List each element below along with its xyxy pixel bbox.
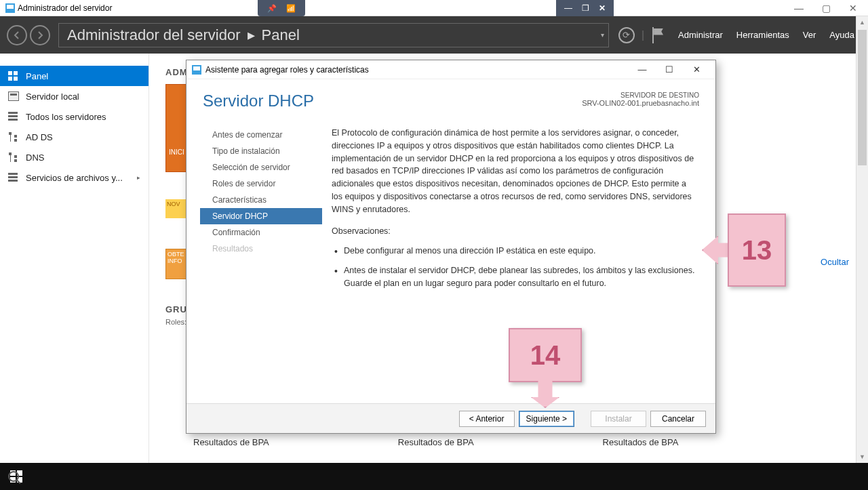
server-icon xyxy=(8,91,19,101)
wizard-close-button[interactable]: ✕ xyxy=(683,64,710,75)
dest-value: SRV-OLIN02-001.pruebasnacho.int xyxy=(582,99,699,107)
taskbar xyxy=(0,463,868,490)
wizard-footer: < Anterior Siguiente > Instalar Cancelar xyxy=(186,403,715,433)
vm-close-button[interactable]: ✕ xyxy=(596,3,608,13)
wizard-header: Servidor DHCP SERVIDOR DE DESTINO SRV-OL… xyxy=(186,79,715,116)
observations-label: Observaciones: xyxy=(332,225,698,238)
breadcrumb[interactable]: Administrador del servidor ▸ Panel ▾ xyxy=(58,23,609,47)
server-manager-icon xyxy=(5,3,15,13)
dns-icon xyxy=(8,152,19,162)
outer-minimize-button[interactable]: — xyxy=(789,3,808,14)
wizard-nav: Antes de comenzar Tipo de instalación Se… xyxy=(186,116,322,403)
file-services-icon xyxy=(8,173,19,182)
header-separator: | xyxy=(642,29,644,41)
wizard-maximize-button[interactable]: ☐ xyxy=(656,64,683,75)
outer-close-button[interactable]: ✕ xyxy=(844,3,863,14)
wizard-step-install-type[interactable]: Tipo de instalación xyxy=(203,143,322,159)
sidebar-item-local-server[interactable]: Servidor local xyxy=(0,86,149,106)
outer-maximize-button[interactable]: ▢ xyxy=(816,3,835,14)
wizard-titlebar[interactable]: Asistente para agregar roles y caracterí… xyxy=(186,60,715,79)
vm-restore-button[interactable]: ❐ xyxy=(579,3,592,13)
refresh-button[interactable]: ⟳ xyxy=(618,27,635,43)
menu-ver[interactable]: Ver xyxy=(803,30,816,40)
dest-label: SERVIDOR DE DESTINO xyxy=(582,91,699,99)
wizard-minimize-button[interactable]: — xyxy=(629,64,656,75)
sidebar-item-label: Panel xyxy=(26,71,48,81)
dashboard-icon xyxy=(8,71,19,81)
sidebar-item-dns[interactable]: DNS xyxy=(0,147,149,167)
roles-label: Roles: xyxy=(165,318,186,326)
app-header: Administrador del servidor ▸ Panel ▾ ⟳ |… xyxy=(0,16,868,54)
nav-back-button[interactable] xyxy=(7,25,27,45)
wizard-step-before-begin[interactable]: Antes de comenzar xyxy=(203,127,322,143)
sidebar-item-label: AD DS xyxy=(26,132,53,142)
cancel-button[interactable]: Cancelar xyxy=(650,411,706,427)
wizard-step-server-selection[interactable]: Selección de servidor xyxy=(203,159,322,176)
outer-window-titlebar: Administrador del servidor — ▢ ✕ xyxy=(0,0,868,16)
groups-heading: GRU xyxy=(165,304,187,314)
callout-14: 14 xyxy=(509,328,582,382)
vm-minimize-button[interactable]: — xyxy=(561,3,575,13)
wizard-description: El Protocolo de configuración dinámica d… xyxy=(332,127,698,216)
servers-icon xyxy=(8,112,19,121)
install-button: Instalar xyxy=(591,411,646,427)
observation-item: Antes de instalar el servidor DHCP, debe… xyxy=(334,264,698,290)
wizard-destination: SERVIDOR DE DESTINO SRV-OLIN02-001.prueb… xyxy=(582,91,699,107)
observation-item: Debe configurar al menos una dirección I… xyxy=(334,245,698,258)
wizard-step-server-roles[interactable]: Roles de servidor xyxy=(203,176,322,192)
sidebar-item-label: Servicios de archivos y... xyxy=(26,173,123,183)
notifications-flag-icon[interactable] xyxy=(652,27,666,43)
nav-forward-button[interactable] xyxy=(30,25,50,45)
sidebar-item-label: DNS xyxy=(26,152,44,163)
sidebar-item-all-servers[interactable]: Todos los servidores xyxy=(0,106,149,127)
callout-13: 13 xyxy=(728,213,786,287)
wizard-step-results: Resultados xyxy=(203,241,322,257)
scroll-down-icon[interactable]: ▼ xyxy=(856,451,868,463)
adds-icon xyxy=(8,132,19,142)
sidebar-item-adds[interactable]: AD DS xyxy=(0,127,149,147)
signal-icon: 📶 xyxy=(283,3,298,14)
sidebar-item-file-services[interactable]: Servicios de archivos y... ▸ xyxy=(0,167,149,188)
menu-ayuda[interactable]: Ayuda xyxy=(829,30,854,40)
vertical-scrollbar[interactable]: ▲ ▼ xyxy=(856,16,868,463)
wizard-heading: Servidor DHCP xyxy=(203,91,582,110)
chevron-right-icon: ▸ xyxy=(137,174,140,181)
outer-window-title: Administrador del servidor xyxy=(18,3,789,13)
next-button[interactable]: Siguiente > xyxy=(519,411,574,427)
wizard-title: Asistente para agregar roles y caracterí… xyxy=(205,65,629,75)
wizard-step-dhcp[interactable]: Servidor DHCP xyxy=(200,208,322,224)
chevron-down-icon[interactable]: ▾ xyxy=(601,31,604,39)
add-roles-wizard: Asistente para agregar roles y caracterí… xyxy=(186,60,716,434)
menu-herramientas[interactable]: Herramientas xyxy=(736,30,789,40)
wizard-body: Antes de comenzar Tipo de instalación Se… xyxy=(186,116,715,403)
breadcrumb-separator-icon: ▸ xyxy=(248,26,255,44)
breadcrumb-page: Panel xyxy=(262,26,300,44)
breadcrumb-app: Administrador del servidor xyxy=(67,26,241,44)
scroll-thumb[interactable] xyxy=(858,30,867,165)
scroll-up-icon[interactable]: ▲ xyxy=(856,16,868,28)
wizard-step-confirmation[interactable]: Confirmación xyxy=(203,224,322,241)
sidebar-item-label: Todos los servidores xyxy=(26,112,106,122)
previous-button[interactable]: < Anterior xyxy=(459,411,515,427)
sidebar-item-panel[interactable]: Panel xyxy=(0,66,149,86)
pin-icon[interactable]: 📌 xyxy=(264,3,279,14)
outer-window-controls: — ▢ ✕ xyxy=(789,3,863,14)
search-icon xyxy=(8,471,19,482)
menu-administrar[interactable]: Administrar xyxy=(678,30,723,40)
vm-toolbar: 📌 📶 xyxy=(258,0,305,16)
hide-link[interactable]: Ocultar xyxy=(821,257,849,267)
vm-window-controls: — ❐ ✕ xyxy=(556,0,614,16)
observations-list: Debe configurar al menos una dirección I… xyxy=(332,245,698,289)
sidebar: Panel Servidor local Todos los servidore… xyxy=(0,54,149,463)
wizard-icon xyxy=(192,65,201,75)
sidebar-item-label: Servidor local xyxy=(26,91,79,102)
wizard-step-features[interactable]: Características xyxy=(203,192,322,208)
